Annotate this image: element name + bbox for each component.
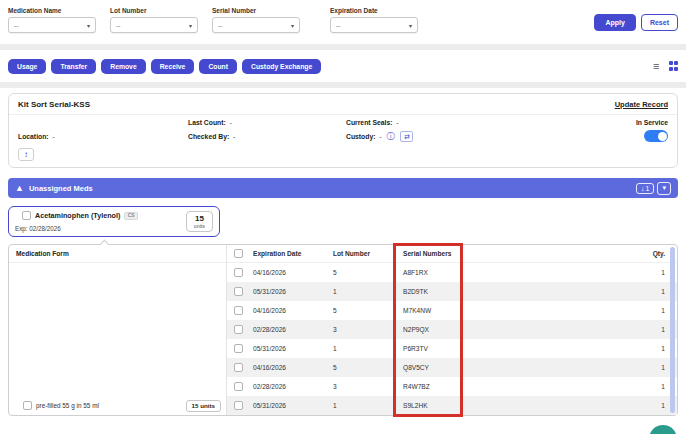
chevron-down-icon: ▾ [189, 22, 192, 29]
medication-form-pane: Medication Form pre-filled 55 g in 55 ml… [9, 245, 227, 415]
in-service-field: In Service [550, 119, 668, 126]
header-qty: Qty. [625, 250, 665, 257]
in-service-toggle-cell [550, 130, 668, 143]
row-checkbox[interactable] [234, 306, 243, 315]
cell-lot-number: 1 [333, 288, 403, 295]
medication-name: Acetaminophen (Tylenol) [35, 211, 120, 220]
collapse-vertical-icon: ↕ [24, 150, 28, 159]
select-value: -- [14, 22, 18, 29]
quantity-box: 15 units [186, 211, 213, 232]
medication-card[interactable]: Acetaminophen (Tylenol) CS Exp: 02/28/20… [8, 206, 220, 237]
filter-label: Medication Name [8, 7, 96, 14]
cell-serial-number: S9L2HK [403, 402, 483, 409]
sort-button[interactable]: ↓ 1 [636, 183, 654, 194]
kit-card: Kit Sort Serial-KSS Update Record Last C… [8, 93, 678, 168]
header-serial-numbers: Serial Numbers [403, 250, 483, 257]
custody-label: Custody: [346, 133, 375, 140]
collapse-section-button[interactable]: ▾ [657, 182, 671, 195]
cell-lot-number: 5 [333, 269, 403, 276]
cell-serial-number: N2P9QX [403, 326, 483, 333]
table-row: 02/28/2026 3 R4W7BZ 1 [227, 377, 677, 396]
medication-checkbox[interactable] [22, 211, 31, 220]
current-seals-label: Current Seals: [346, 119, 392, 126]
row-checkbox[interactable] [234, 401, 243, 410]
cell-expiration-date: 05/31/2026 [253, 288, 333, 295]
select-value: -- [336, 22, 340, 29]
table-row: 02/28/2026 3 N2P9QX 1 [227, 320, 677, 339]
unassigned-meds-title: Unassigned Meds [29, 184, 93, 193]
checked-by-value: - [233, 133, 235, 140]
cell-lot-number: 1 [333, 402, 403, 409]
row-checkbox[interactable] [234, 382, 243, 391]
view-toggle-group: ≡ [653, 61, 678, 72]
select-all-checkbox[interactable] [234, 249, 243, 258]
schedule-badge: CS [124, 212, 138, 220]
custody-refresh-button[interactable]: ⇄ [400, 131, 413, 142]
remove-button[interactable]: Remove [101, 59, 145, 74]
count-button[interactable]: Count [199, 59, 237, 74]
grid-view-icon[interactable] [669, 61, 679, 71]
medication-card-title-row: Acetaminophen (Tylenol) CS [15, 211, 186, 220]
header-lot-number: Lot Number [333, 250, 403, 257]
lot-number-select[interactable]: -- ▾ [110, 17, 198, 33]
cell-lot-number: 5 [333, 307, 403, 314]
reset-button[interactable]: Reset [641, 14, 678, 31]
form-row-checkbox[interactable] [23, 401, 32, 410]
chevron-down-icon: ▾ [291, 22, 294, 29]
cell-qty: 1 [625, 307, 665, 314]
collapse-button[interactable]: ↕ [18, 148, 34, 161]
filter-bar: Medication Name -- ▾ Lot Number -- ▾ Ser… [0, 0, 686, 44]
table-scrollbar[interactable] [670, 247, 675, 413]
serial-number-select[interactable]: -- ▾ [212, 17, 300, 33]
sort-descending-icon: ↓ [641, 185, 645, 192]
cell-lot-number: 1 [333, 345, 403, 352]
header-expiration-date: Expiration Date [253, 250, 333, 257]
chevron-down-icon: ▾ [87, 22, 90, 29]
row-checkbox[interactable] [234, 268, 243, 277]
cell-qty: 1 [625, 345, 665, 352]
row-checkbox[interactable] [234, 287, 243, 296]
select-value: -- [116, 22, 120, 29]
medication-card-info: Acetaminophen (Tylenol) CS Exp: 02/28/20… [15, 211, 186, 232]
apply-button[interactable]: Apply [594, 14, 635, 31]
custody-exchange-button[interactable]: Custody Exchange [242, 59, 321, 74]
cell-serial-number: P6R3TV [403, 345, 483, 352]
warning-icon: ▲ [15, 184, 24, 193]
cell-qty: 1 [625, 364, 665, 371]
filter-expiration-date: Expiration Date -- ▾ [330, 7, 418, 33]
cell-serial-number: B2D9TK [403, 288, 483, 295]
row-checkbox[interactable] [234, 325, 243, 334]
location-field: Location: - [18, 133, 188, 140]
checked-by-label: Checked By: [188, 133, 229, 140]
table-body: 04/16/2026 5 A8F1RX 1 05/31/2026 1 B2D9T… [227, 263, 677, 415]
medication-form-row: pre-filled 55 g in 55 ml 15 units [9, 396, 226, 415]
medication-name-select[interactable]: -- ▾ [8, 17, 96, 33]
list-view-icon[interactable]: ≡ [653, 61, 659, 72]
table-row: 04/16/2026 5 M7K4NW 1 [227, 301, 677, 320]
medication-kit-page: Medication Name -- ▾ Lot Number -- ▾ Ser… [0, 0, 686, 434]
medication-expiration: Exp: 02/28/2026 [15, 225, 186, 232]
cell-serial-number: A8F1RX [403, 269, 483, 276]
last-count-field: Last Count: - [188, 119, 346, 126]
transfer-button[interactable]: Transfer [51, 59, 96, 74]
chevron-down-icon: ▾ [409, 22, 412, 29]
in-service-toggle[interactable] [644, 130, 668, 142]
filter-label: Serial Number [212, 7, 300, 14]
cell-serial-number: R4W7BZ [403, 383, 483, 390]
table-row: 05/31/2026 1 B2D9TK 1 [227, 282, 677, 301]
update-record-link[interactable]: Update Record [615, 100, 668, 109]
floating-action-button[interactable] [649, 425, 677, 434]
quantity-unit: units [194, 223, 205, 229]
cell-expiration-date: 02/28/2026 [253, 326, 333, 333]
receive-button[interactable]: Receive [151, 59, 195, 74]
table-row: 04/16/2026 5 A8F1RX 1 [227, 263, 677, 282]
info-icon[interactable]: ⓘ [387, 132, 395, 141]
cell-qty: 1 [625, 269, 665, 276]
current-seals-value: - [396, 119, 398, 126]
row-checkbox[interactable] [234, 363, 243, 372]
usage-button[interactable]: Usage [8, 59, 46, 74]
expiration-date-select[interactable]: -- ▾ [330, 17, 418, 33]
row-checkbox[interactable] [234, 344, 243, 353]
sort-badge: 1 [646, 185, 650, 192]
action-bar: Usage Transfer Remove Receive Count Cust… [0, 50, 686, 82]
